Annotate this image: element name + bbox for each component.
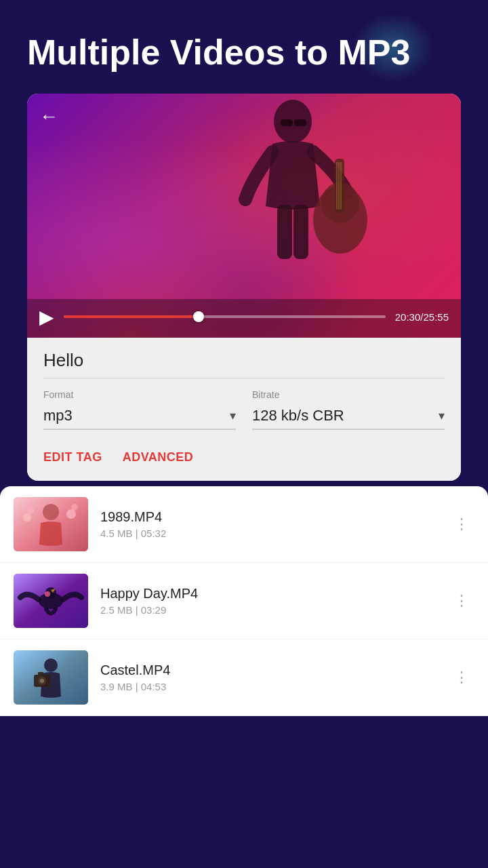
file-list: 1989.MP4 4.5 MB | 05:32 ⋮ xyxy=(0,486,488,716)
svg-point-25 xyxy=(40,679,44,683)
file-name-1: Happy Day.MP4 xyxy=(100,586,436,601)
bitrate-select[interactable]: 128 kb/s CBR ▾ xyxy=(252,404,445,430)
progress-thumb[interactable] xyxy=(193,311,204,322)
svg-rect-1 xyxy=(281,119,293,126)
back-button[interactable]: ← xyxy=(39,106,58,127)
svg-point-22 xyxy=(44,658,58,672)
file-info-1: Happy Day.MP4 2.5 MB | 03:29 xyxy=(100,586,436,616)
format-row: Format mp3 ▾ Bitrate 128 kb/s CBR ▾ xyxy=(43,389,445,430)
player-controls: ▶ 20:30/25:55 xyxy=(27,299,461,338)
file-meta-0: 4.5 MB | 05:32 xyxy=(100,528,436,539)
svg-point-16 xyxy=(71,504,78,511)
video-thumbnail xyxy=(211,94,374,297)
main-card: ← ▶ 20:30/25:55 Hello Format mp3 ▾ Bitra… xyxy=(27,94,461,481)
edit-tag-button[interactable]: EDIT TAG xyxy=(43,450,102,465)
action-buttons: EDIT TAG ADVANCED xyxy=(43,441,445,477)
song-title: Hello xyxy=(43,350,445,378)
progress-bar[interactable] xyxy=(64,315,386,318)
svg-rect-26 xyxy=(38,672,43,675)
file-info-2: Castel.MP4 3.9 MB | 04:53 xyxy=(100,663,436,692)
file-item-1[interactable]: Happy Day.MP4 2.5 MB | 03:29 ⋮ xyxy=(0,563,488,639)
bitrate-label: Bitrate xyxy=(252,389,445,400)
file-menu-2[interactable]: ⋮ xyxy=(449,663,474,692)
format-group: Format mp3 ▾ xyxy=(43,389,236,430)
bitrate-value: 128 kb/s CBR xyxy=(252,407,344,425)
svg-rect-5 xyxy=(335,159,344,213)
header-section: Multiple Videos to MP3 xyxy=(0,0,488,87)
file-menu-0[interactable]: ⋮ xyxy=(449,510,474,538)
svg-point-14 xyxy=(27,507,34,514)
file-info-0: 1989.MP4 4.5 MB | 05:32 xyxy=(100,509,436,539)
svg-point-20 xyxy=(45,591,50,597)
svg-rect-10 xyxy=(293,205,308,259)
format-select[interactable]: mp3 ▾ xyxy=(43,404,236,430)
file-item-2[interactable]: Castel.MP4 3.9 MB | 04:53 ⋮ xyxy=(0,639,488,716)
format-dropdown-arrow: ▾ xyxy=(230,408,236,423)
info-panel: Hello Format mp3 ▾ Bitrate 128 kb/s CBR … xyxy=(27,338,461,481)
file-thumbnail-0 xyxy=(14,497,88,551)
svg-rect-9 xyxy=(277,205,292,259)
file-thumbnail-2 xyxy=(14,650,88,705)
video-player: ← ▶ 20:30/25:55 xyxy=(27,94,461,338)
play-button[interactable]: ▶ xyxy=(39,306,54,328)
advanced-button[interactable]: ADVANCED xyxy=(123,450,194,465)
page-title: Multiple Videos to MP3 xyxy=(27,33,461,73)
svg-point-15 xyxy=(66,509,76,519)
bitrate-dropdown-arrow: ▾ xyxy=(439,408,445,423)
format-value: mp3 xyxy=(43,407,73,425)
svg-point-13 xyxy=(23,513,31,521)
bitrate-group: Bitrate 128 kb/s CBR ▾ xyxy=(252,389,445,430)
file-name-0: 1989.MP4 xyxy=(100,509,436,525)
file-meta-1: 2.5 MB | 03:29 xyxy=(100,604,436,616)
file-meta-2: 3.9 MB | 04:53 xyxy=(100,681,436,692)
file-item-0[interactable]: 1989.MP4 4.5 MB | 05:32 ⋮ xyxy=(0,486,488,563)
format-label: Format xyxy=(43,389,236,400)
progress-fill xyxy=(64,315,199,318)
time-display: 20:30/25:55 xyxy=(395,311,449,323)
svg-point-12 xyxy=(43,504,59,520)
file-menu-1[interactable]: ⋮ xyxy=(449,587,474,615)
svg-rect-2 xyxy=(294,119,306,126)
file-thumbnail-1 xyxy=(14,574,88,628)
file-name-2: Castel.MP4 xyxy=(100,663,436,678)
